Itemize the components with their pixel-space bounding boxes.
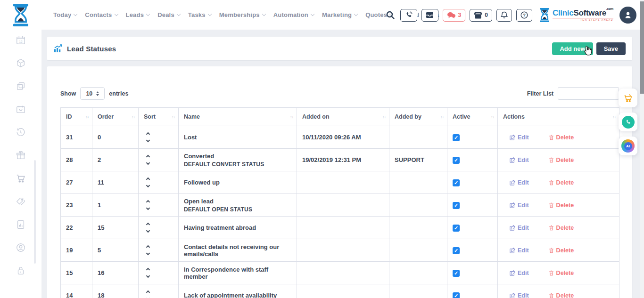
active-checkbox[interactable]: ✓ [453,179,460,186]
move-down-icon[interactable] [146,229,150,233]
cell-name: Having treatment abroad [179,217,297,239]
calendar-bag-icon[interactable] [16,104,26,114]
cell-order: 15 [92,217,139,239]
column-header-added-on[interactable]: Added on↑↓ [297,108,389,126]
ai-widget-button[interactable]: AI [619,137,637,155]
edit-link[interactable]: Edit [510,157,529,163]
edit-link[interactable]: Edit [510,270,529,276]
search-icon[interactable] [386,10,395,20]
trash-icon [549,157,554,163]
package-icon[interactable] [16,58,26,68]
move-down-icon[interactable] [146,274,150,278]
move-down-icon[interactable] [146,251,150,255]
edit-link[interactable]: Edit [510,134,529,141]
move-down-icon[interactable] [146,161,150,165]
column-header-sort[interactable]: Sort↑↓ [139,108,179,126]
move-up-icon[interactable] [146,268,150,272]
edit-link[interactable]: Edit [510,179,529,186]
sidebar-scrollbar[interactable] [34,160,36,264]
edit-link[interactable]: Edit [510,247,529,254]
column-header-id[interactable]: ID↑↓ [61,108,92,126]
column-header-order[interactable]: Order↑↓ [92,108,139,126]
active-checkbox[interactable]: ✓ [453,292,460,298]
help-button[interactable]: ? [516,9,532,22]
column-header-active[interactable]: Active↑↓ [447,108,498,126]
add-new-button[interactable]: Add new [552,42,593,55]
notifications-button[interactable] [496,9,512,22]
column-header-name[interactable]: Name↑↓ [179,108,297,126]
nav-automation[interactable]: Automation [273,11,314,18]
store-button[interactable]: 0 [470,9,492,22]
move-up-icon[interactable] [146,223,150,226]
nav-memberships[interactable]: Memberships [219,11,265,18]
lock-icon[interactable] [16,266,26,276]
save-button[interactable]: Save [596,42,626,55]
report-icon[interactable] [16,219,26,230]
cell-actions: Edit Delete [498,126,619,149]
active-checkbox[interactable]: ✓ [453,270,460,277]
active-checkbox[interactable]: ✓ [453,225,460,232]
page-scrollbar-thumb[interactable] [640,1,644,94]
cell-order: 0 [92,126,139,149]
page-size-select[interactable]: 10 [80,87,105,100]
move-up-icon[interactable] [146,290,150,294]
calendar-icon[interactable]: 12 [16,35,26,45]
cart-icon[interactable] [16,173,26,184]
column-header-added-by[interactable]: Added by↑↓ [389,108,447,126]
basket-widget-button[interactable] [619,89,637,107]
brand-logo[interactable]: ClinicSoftware.com TEN STEPS AHEAD [539,8,613,22]
nav-deals[interactable]: Deals [157,11,180,18]
delete-link[interactable]: Delete [549,179,574,186]
delete-link[interactable]: Delete [549,134,574,141]
move-up-icon[interactable] [146,155,150,159]
copy-icon[interactable] [16,81,26,91]
nav-contacts[interactable]: Contacts [85,11,117,18]
filter-input[interactable] [558,87,619,100]
trash-icon [549,225,554,231]
column-header-actions[interactable]: Actions↑↓ [498,108,619,126]
active-checkbox[interactable]: ✓ [453,202,460,209]
sort-icon: ↑↓ [172,114,175,119]
active-checkbox[interactable]: ✓ [453,157,460,164]
delete-link[interactable]: Delete [549,270,574,276]
delete-link[interactable]: Delete [549,247,574,254]
nav-leads[interactable]: Leads [126,11,150,18]
move-down-icon[interactable] [146,206,150,210]
move-up-icon[interactable] [146,177,150,181]
tags-icon[interactable] [16,196,26,207]
inbox-button[interactable] [421,9,438,22]
nav-today[interactable]: Today [53,11,77,18]
cell-actions: Edit Delete [498,217,619,239]
active-checkbox[interactable]: ✓ [453,134,460,141]
gift-icon[interactable] [16,150,26,161]
chat-button[interactable]: 3 [443,9,466,22]
delete-link[interactable]: Delete [549,157,574,163]
move-up-icon[interactable] [146,245,150,249]
history-icon[interactable] [16,127,26,137]
user-avatar[interactable] [619,7,636,24]
move-down-icon[interactable] [146,184,150,187]
call-widget-button[interactable] [619,113,637,131]
edit-link[interactable]: Edit [510,292,529,298]
edit-link[interactable]: Edit [510,225,529,231]
edit-icon [510,293,515,298]
phone-button[interactable] [400,9,417,22]
chevron-down-icon [114,12,118,16]
move-down-icon[interactable] [146,138,150,142]
move-up-icon[interactable] [146,132,150,136]
account-icon[interactable] [16,242,26,253]
sort-icon: ↑↓ [85,114,89,119]
app-logo-icon[interactable] [12,4,29,26]
inbox-icon [426,12,434,18]
delete-link[interactable]: Delete [549,292,574,298]
nav-marketing[interactable]: Marketing [322,11,357,18]
cell-added-by [389,171,447,194]
active-checkbox[interactable]: ✓ [453,247,460,254]
delete-link[interactable]: Delete [549,225,574,231]
page-scrollbar-track[interactable] [640,0,644,298]
delete-link[interactable]: Delete [549,202,574,209]
edit-link[interactable]: Edit [510,202,529,209]
move-up-icon[interactable] [146,200,150,204]
nav-tasks[interactable]: Tasks [188,11,211,18]
cell-added-by [389,194,447,217]
